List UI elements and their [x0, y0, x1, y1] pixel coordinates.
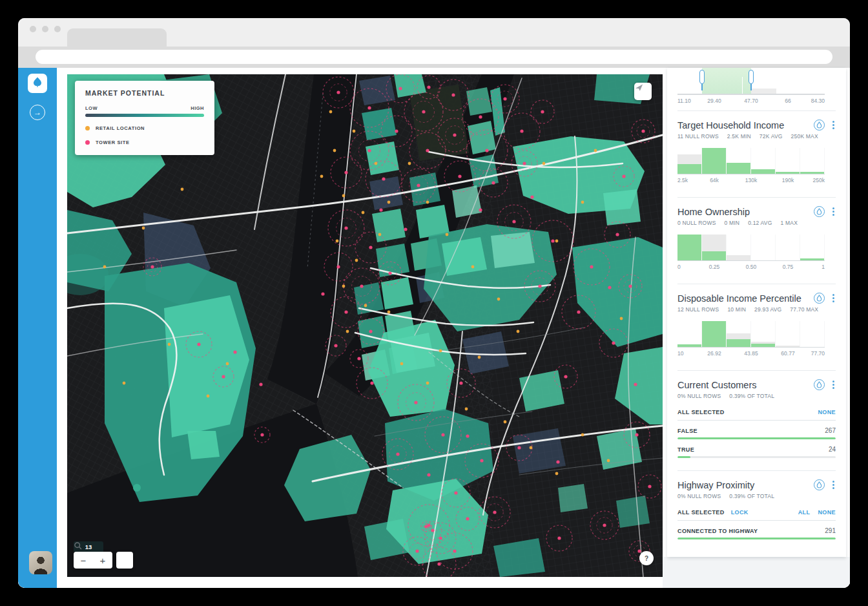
slider-handle-left[interactable] — [699, 70, 705, 84]
legend-gradient-bar — [85, 114, 204, 117]
category-count: 291 — [825, 527, 836, 534]
minimize-window-icon[interactable] — [42, 26, 48, 32]
stat-value: 29.93 AVG — [754, 306, 781, 313]
stat-value: 11 NULL ROWS — [677, 133, 719, 140]
section-highway-proximity: Highway Proximity0% NULL ROWS0.39% OF TO… — [677, 471, 836, 552]
browser-window: → — [18, 18, 850, 588]
section-stats: 12 NULL ROWS10 MIN29.93 AVG77.70 MAX — [677, 306, 836, 313]
panel-sections: 11.1029.4047.706684.30Target Household I… — [677, 68, 836, 552]
axis-tick-labels: 2.5k64k130k190k250k — [677, 177, 825, 185]
section-title: Disposable Income Percentile — [677, 293, 814, 304]
recenter-button[interactable] — [634, 83, 652, 100]
filter-link-none[interactable]: NONE — [818, 509, 836, 516]
histogram-bar — [702, 321, 726, 347]
retail-location-dot-icon — [85, 126, 90, 131]
category-label: CONNECTED TO HIGHWAY — [677, 528, 825, 534]
category-bar-fill — [677, 538, 836, 539]
axis-tick-label: 29.40 — [707, 98, 721, 104]
axis-tick-label: 0 — [677, 264, 681, 270]
section-title: Target Household Income — [677, 120, 814, 131]
category-label: TRUE — [677, 446, 829, 453]
droplet-filter-button[interactable] — [814, 120, 825, 131]
close-window-icon[interactable] — [30, 26, 36, 32]
range-slider[interactable] — [677, 68, 825, 95]
slider-track — [677, 94, 825, 95]
expand-sidebar-button[interactable]: → — [30, 105, 45, 120]
category-count: 24 — [829, 446, 836, 453]
slider-handle-right[interactable] — [749, 70, 754, 84]
section-stats: 0% NULL ROWS0.39% OF TOTAL — [677, 493, 836, 499]
histogram-bar — [677, 164, 701, 174]
axis-tick-label: 10 — [677, 350, 683, 357]
legend-item: RETAIL LOCATION — [85, 125, 204, 131]
app-logo-button[interactable] — [28, 74, 47, 93]
window-controls[interactable] — [30, 26, 61, 32]
zoom-in-button[interactable]: + — [93, 552, 112, 569]
droplet-filter-button[interactable] — [814, 206, 825, 217]
map-zoom-controls: 13 − + — [74, 541, 133, 569]
category-header-right: ALLNONE — [798, 509, 836, 516]
axis-tick-label: 26.92 — [707, 350, 721, 357]
stat-value: 77.70 MAX — [790, 306, 818, 313]
app-sidebar: → — [18, 68, 57, 588]
axis-tick-label: 130k — [745, 177, 757, 183]
axis-tick-label: 43.85 — [744, 350, 758, 357]
axis-tick-label: 66 — [785, 98, 790, 104]
section-menu-button[interactable] — [831, 380, 836, 390]
section-menu-button[interactable] — [831, 293, 836, 303]
category-bar — [677, 456, 836, 458]
help-button[interactable]: ? — [639, 551, 654, 565]
map-search-button[interactable] — [116, 552, 133, 569]
histogram-bar — [800, 258, 824, 260]
droplet-filter-button[interactable] — [814, 293, 825, 304]
section-disposable-income-percentile: Disposable Income Percentile12 NULL ROWS… — [677, 284, 836, 371]
axis-tick-label: 250k — [813, 177, 825, 183]
slider-selection — [702, 68, 751, 94]
category-header-row: ALL SELECTEDNONE — [677, 409, 836, 415]
histogram-bar — [800, 172, 824, 174]
url-input[interactable] — [36, 50, 832, 64]
axis-tick-labels: 1026.9243.8560.7777.70 — [677, 350, 825, 358]
category-count: 267 — [825, 427, 836, 434]
histogram-bar-unfiltered — [776, 346, 800, 347]
droplet-filter-button[interactable] — [814, 479, 825, 490]
histogram-bar — [727, 339, 750, 347]
stat-value: 0 MIN — [725, 220, 740, 226]
category-header-row: ALL SELECTEDLOCKALLNONE — [677, 509, 836, 516]
category-row[interactable]: TRUE24 — [677, 446, 836, 453]
maximize-window-icon[interactable] — [54, 26, 61, 32]
filter-link-lock[interactable]: LOCK — [731, 509, 749, 516]
stat-value: 12 NULL ROWS — [677, 306, 719, 313]
section-menu-button[interactable] — [831, 480, 836, 490]
arrow-right-icon: → — [34, 108, 41, 117]
zoom-out-button[interactable]: − — [74, 552, 93, 569]
user-avatar[interactable] — [29, 551, 52, 574]
histogram-bin — [677, 235, 702, 260]
category-row[interactable]: FALSE267 — [677, 427, 836, 434]
histogram-bin — [702, 235, 727, 260]
section-home-ownership: Home Ownership0 NULL ROWS0 MIN0.12 AVG1 … — [677, 198, 836, 284]
histogram-bar — [677, 344, 701, 347]
histogram-bin — [677, 148, 702, 174]
histogram-chart[interactable] — [677, 235, 825, 261]
histogram-chart[interactable] — [677, 148, 825, 174]
stat-value: 0.12 AVG — [748, 220, 772, 226]
stat-value: 10 MIN — [727, 306, 746, 313]
filter-link-none[interactable]: NONE — [818, 409, 836, 415]
legend-item-label: RETAIL LOCATION — [96, 125, 145, 131]
axis-tick-label: 0.75 — [783, 264, 794, 270]
histogram-chart[interactable] — [677, 321, 825, 348]
droplet-filter-button[interactable] — [814, 379, 825, 390]
stat-value: 1 MAX — [781, 220, 798, 226]
legend-title: MARKET POTENTIAL — [85, 89, 204, 97]
filter-link-all[interactable]: ALL — [798, 509, 811, 516]
section-menu-button[interactable] — [831, 207, 836, 216]
histogram-bin — [702, 148, 727, 174]
section-menu-button[interactable] — [831, 120, 836, 130]
category-bar — [677, 538, 836, 539]
browser-tab[interactable] — [67, 28, 167, 47]
histogram-bin — [800, 148, 825, 174]
map-legend-card: MARKET POTENTIAL LOW HIGH RETAIL LOCATIO… — [75, 81, 214, 155]
category-row[interactable]: CONNECTED TO HIGHWAY291 — [677, 527, 836, 534]
histogram-bin — [776, 235, 800, 260]
